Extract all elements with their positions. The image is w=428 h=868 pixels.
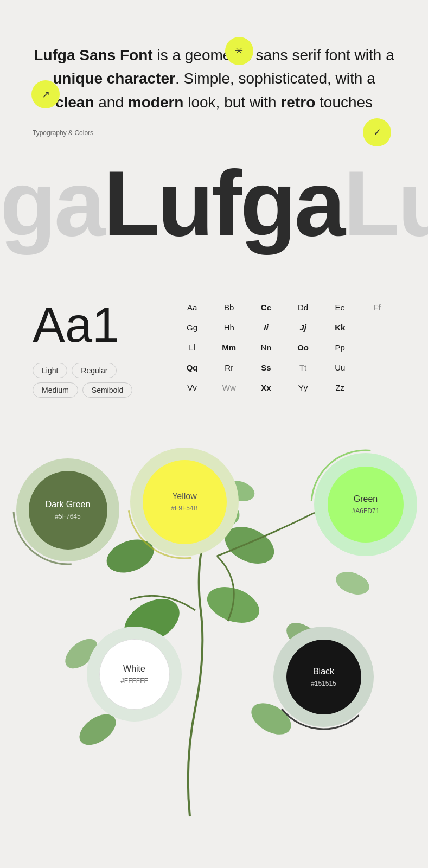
char-Yy: Yy xyxy=(284,379,321,397)
svg-point-14 xyxy=(14,456,122,564)
char-row-2: Gg Hh Ii Jj Kk xyxy=(174,318,395,336)
clean-word: clean xyxy=(55,94,94,111)
svg-point-17 xyxy=(271,624,376,729)
color-dark-green: Dark Green #5F7645 xyxy=(16,458,119,561)
char-Aa: Aa xyxy=(174,298,210,316)
svg-point-15 xyxy=(128,445,241,558)
char-row-1: Aa Bb Cc Dd Ee Ff xyxy=(174,298,395,316)
char-Bb: Bb xyxy=(210,298,247,316)
char-Ss: Ss xyxy=(247,359,284,376)
char-empty-2 xyxy=(359,339,395,356)
char-Kk: Kk xyxy=(322,318,359,336)
font-display-faded-left: ga xyxy=(0,157,103,250)
char-Cc: Cc xyxy=(247,298,284,316)
char-empty-1 xyxy=(359,318,395,336)
color-black: Black #151515 xyxy=(273,627,374,727)
badge-top[interactable]: ✳ xyxy=(225,37,253,65)
char-Hh: Hh xyxy=(210,318,247,336)
badge-right[interactable]: ✓ xyxy=(363,118,391,146)
char-Jj: Jj xyxy=(284,318,321,336)
arrow-icon: ↗ xyxy=(42,88,50,100)
brand-name: Lufga Sans Font xyxy=(34,47,152,63)
sparkle-icon: ✳ xyxy=(235,45,243,57)
char-Mm: Mm xyxy=(210,339,247,356)
weight-tags: Light Regular Medium Semibold xyxy=(33,363,152,398)
char-Oo: Oo xyxy=(284,339,321,356)
badge-left[interactable]: ↗ xyxy=(31,80,60,108)
retro-word: retro xyxy=(280,94,315,111)
char-empty-4 xyxy=(359,379,395,397)
char-Qq: Qq xyxy=(174,359,210,376)
color-green: Green #A6FD71 xyxy=(314,453,417,556)
char-row-3: Ll Mm Nn Oo Pp xyxy=(174,339,395,356)
char-Ll: Ll xyxy=(174,339,210,356)
modern-word: modern xyxy=(128,94,184,111)
char-Ee: Ee xyxy=(322,298,359,316)
white-hex: #FFFFFF xyxy=(120,677,148,685)
check-icon: ✓ xyxy=(373,126,381,138)
char-Pp: Pp xyxy=(322,339,359,356)
character-section: Aa1 Light Regular Medium Semibold Aa Bb … xyxy=(0,266,428,420)
alphabet-grid: Aa Bb Cc Dd Ee Ff Gg Hh Ii Jj Kk Ll Mm N… xyxy=(174,298,395,399)
weight-regular[interactable]: Regular xyxy=(72,363,117,378)
char-Ww: Ww xyxy=(210,379,247,397)
char-Xx: Xx xyxy=(247,379,284,397)
hero-section: ✳ ↗ ✓ Lufga Sans Font is a geometric san… xyxy=(0,0,428,125)
font-display-row: ga Lufga Lu xyxy=(0,157,428,250)
char-Rr: Rr xyxy=(210,359,247,376)
weight-semibold[interactable]: Semibold xyxy=(82,382,132,398)
weight-light[interactable]: Light xyxy=(33,363,67,378)
weight-medium[interactable]: Medium xyxy=(33,382,78,398)
font-display-section: ga Lufga Lu xyxy=(0,141,428,266)
char-left-panel: Aa1 Light Regular Medium Semibold xyxy=(33,298,152,398)
white-label: White xyxy=(123,664,145,674)
hero-description: Lufga Sans Font is a geometric sans seri… xyxy=(33,43,395,114)
font-display-main: Lufga xyxy=(103,157,343,250)
char-Zz: Zz xyxy=(322,379,359,397)
char-Gg: Gg xyxy=(174,318,210,336)
char-Nn: Nn xyxy=(247,339,284,356)
char-Ff: Ff xyxy=(359,298,395,316)
char-row-4: Qq Rr Ss Tt Uu xyxy=(174,359,395,376)
char-Tt: Tt xyxy=(284,359,321,376)
aa1-display: Aa1 xyxy=(33,298,152,352)
color-section: Dark Green #5F7645 Yellow #F9F54B xyxy=(0,420,428,844)
char-Vv: Vv xyxy=(174,379,210,397)
char-Ii: Ii xyxy=(247,318,284,336)
char-row-5: Vv Ww Xx Yy Zz xyxy=(174,379,395,397)
unique-character: unique character xyxy=(53,70,175,87)
char-Dd: Dd xyxy=(284,298,321,316)
svg-point-16 xyxy=(311,450,420,559)
char-Uu: Uu xyxy=(322,359,359,376)
color-white: White #FFFFFF xyxy=(87,627,182,722)
color-circles-container: Dark Green #5F7645 Yellow #F9F54B xyxy=(0,442,428,811)
color-yellow: Yellow #F9F54B xyxy=(130,448,239,556)
font-display-faded-right: Lu xyxy=(343,157,428,250)
char-empty-3 xyxy=(359,359,395,376)
